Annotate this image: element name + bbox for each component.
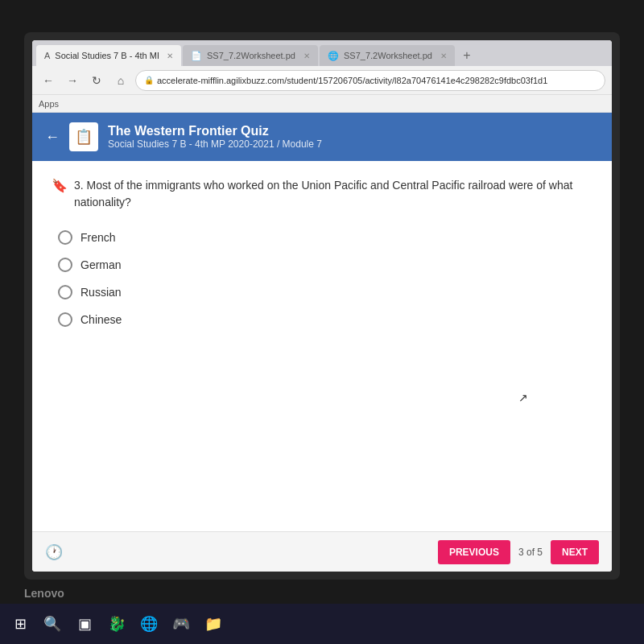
- options-list: French German Russian Chinese: [52, 230, 592, 327]
- cursor-symbol: ↗: [518, 391, 528, 404]
- url-text: accelerate-mifflin.agilixbuzz.com/studen…: [157, 76, 547, 85]
- taskbar-browser-icon[interactable]: 🐉: [105, 612, 129, 636]
- radio-french[interactable]: [58, 230, 72, 245]
- option-german[interactable]: German: [58, 258, 592, 272]
- tab-close-1[interactable]: ✕: [303, 52, 310, 60]
- option-german-label: German: [80, 258, 122, 271]
- tab-label-1: SS7_7.2Worksheet.pdf: [207, 51, 295, 60]
- apps-bar: Apps: [32, 95, 612, 113]
- question-text: 3. Most of the immigrants who worked on …: [74, 177, 592, 211]
- taskbar-task-icon[interactable]: ▣: [72, 612, 97, 636]
- quiz-back-button[interactable]: ←: [45, 129, 60, 146]
- forward-button[interactable]: →: [63, 71, 82, 90]
- tab-worksheet-2[interactable]: 🌐 SS7_7.2Worksheet.pdf ✕: [320, 45, 455, 66]
- option-chinese-label: Chinese: [80, 313, 122, 326]
- reload-button[interactable]: ↻: [87, 71, 106, 90]
- option-french-label: French: [80, 231, 116, 244]
- quiz-title: The Western Frontier Quiz: [108, 124, 322, 138]
- option-chinese[interactable]: Chinese: [58, 312, 592, 327]
- address-bar[interactable]: 🔒 accelerate-mifflin.agilixbuzz.com/stud…: [135, 70, 605, 91]
- question-body: Most of the immigrants who worked on the…: [74, 179, 572, 208]
- tab-label-active: Social Studies 7 B - 4th MP 2020...: [55, 51, 159, 60]
- apps-label: Apps: [39, 99, 59, 109]
- quiz-icon: 📋: [69, 122, 98, 151]
- taskbar-windows-icon[interactable]: ⊞: [8, 612, 32, 636]
- option-french[interactable]: French: [58, 230, 592, 245]
- taskbar-game-icon[interactable]: 🎮: [169, 612, 193, 636]
- quiz-container: ← 📋 The Western Frontier Quiz Social Stu…: [32, 113, 612, 572]
- quiz-subtitle: Social Studies 7 B - 4th MP 2020-2021 / …: [108, 138, 322, 150]
- radio-german[interactable]: [58, 258, 72, 272]
- question-number: 3.: [74, 179, 84, 192]
- quiz-content: 🔖 3. Most of the immigrants who worked o…: [32, 161, 612, 531]
- lock-icon: 🔒: [144, 76, 154, 85]
- tab-social-studies[interactable]: A Social Studies 7 B - 4th MP 2020... ✕: [36, 45, 181, 66]
- browser-tabs-bar: A Social Studies 7 B - 4th MP 2020... ✕ …: [32, 40, 612, 66]
- tab-close-active[interactable]: ✕: [167, 52, 173, 60]
- lenovo-label: Lenovo: [24, 587, 64, 600]
- back-button[interactable]: ←: [39, 71, 58, 90]
- taskbar-ie-icon[interactable]: 🌐: [137, 612, 161, 636]
- taskbar: ⊞ 🔍 ▣ 🐉 🌐 🎮 📁: [0, 604, 644, 644]
- home-button[interactable]: ⌂: [111, 71, 130, 90]
- option-russian[interactable]: Russian: [58, 285, 592, 299]
- taskbar-search-icon[interactable]: 🔍: [40, 612, 64, 636]
- quiz-title-area: The Western Frontier Quiz Social Studies…: [108, 124, 322, 150]
- new-tab-button[interactable]: +: [456, 45, 477, 66]
- question-header: 🔖 3. Most of the immigrants who worked o…: [52, 177, 592, 211]
- quiz-icon-symbol: 📋: [75, 128, 93, 146]
- tab-close-2[interactable]: ✕: [440, 52, 447, 60]
- browser-toolbar: ← → ↻ ⌂ 🔒 accelerate-mifflin.agilixbuzz.…: [32, 66, 612, 95]
- radio-chinese[interactable]: [58, 312, 72, 327]
- radio-russian[interactable]: [58, 285, 72, 299]
- quiz-header: ← 📋 The Western Frontier Quiz Social Stu…: [32, 113, 612, 161]
- bookmark-icon: 🔖: [52, 178, 68, 193]
- option-russian-label: Russian: [80, 286, 122, 299]
- tab-label-2: SS7_7.2Worksheet.pdf: [344, 51, 432, 60]
- taskbar-folder-icon[interactable]: 📁: [201, 612, 225, 636]
- tab-worksheet-1[interactable]: 📄 SS7_7.2Worksheet.pdf ✕: [183, 45, 318, 66]
